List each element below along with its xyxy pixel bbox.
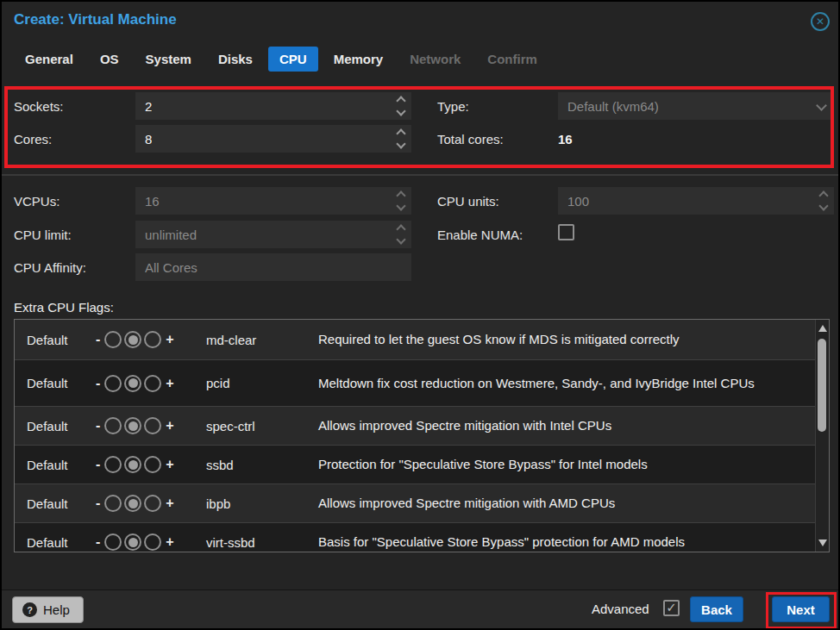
- footer-bar: ? Help Advanced ✓ Back Next: [2, 589, 838, 628]
- cores-stepper[interactable]: 8: [135, 125, 411, 153]
- vcpus-stepper: 16: [135, 187, 411, 215]
- flag-default-label: Default: [15, 419, 94, 434]
- flag-default-option[interactable]: [124, 331, 141, 348]
- flag-on-option[interactable]: [144, 331, 161, 348]
- tab-os[interactable]: OS: [89, 47, 130, 72]
- flag-name: ssbd: [206, 458, 318, 472]
- sockets-value: 2: [145, 99, 152, 114]
- plus-icon: +: [164, 534, 175, 550]
- flag-off-option[interactable]: [104, 533, 122, 551]
- create-vm-dialog: Create: Virtual Machine ✕ GeneralOSSyste…: [0, 0, 840, 630]
- plus-icon: +: [164, 457, 175, 472]
- flag-description: Protection for "Speculative Store Bypass…: [318, 456, 801, 473]
- flag-default-option[interactable]: [124, 456, 141, 473]
- cpu-units-label: CPU units:: [437, 194, 499, 209]
- flag-name: ibpb: [206, 496, 318, 511]
- flag-description: Meltdown fix cost reduction on Westmere,…: [318, 375, 801, 392]
- flag-row: Default - + virt-ssbd Basis for "Specula…: [15, 522, 815, 552]
- plus-icon: +: [164, 418, 175, 434]
- flag-tristate-toggle[interactable]: - +: [94, 456, 206, 473]
- flag-row: Default - + pcid Meltdown fix cost reduc…: [15, 359, 815, 406]
- close-button[interactable]: ✕: [811, 12, 830, 31]
- cores-spinner-icon[interactable]: [398, 125, 404, 153]
- flag-off-option[interactable]: [104, 331, 122, 348]
- chevron-down-icon: [816, 100, 827, 111]
- extra-cpu-flags-label: Extra CPU Flags:: [14, 300, 114, 315]
- section-separator: [2, 174, 838, 176]
- flags-scrollbar[interactable]: [815, 320, 829, 552]
- flag-default-option[interactable]: [124, 375, 141, 392]
- plus-icon: +: [164, 332, 175, 347]
- flag-off-option[interactable]: [104, 417, 122, 434]
- flag-on-option[interactable]: [144, 533, 161, 551]
- cores-value: 8: [145, 132, 152, 147]
- flag-off-option[interactable]: [104, 495, 122, 512]
- flag-on-option[interactable]: [144, 495, 161, 512]
- minus-icon: -: [94, 496, 102, 511]
- flag-on-option[interactable]: [144, 417, 161, 434]
- dialog-title: Create: Virtual Machine: [14, 11, 177, 28]
- vcpus-label: VCPUs:: [14, 194, 60, 209]
- sockets-spinner-icon[interactable]: [398, 92, 404, 120]
- type-value: Default (kvm64): [567, 99, 659, 114]
- flag-description: Required to let the guest OS know if MDS…: [318, 331, 801, 348]
- sockets-stepper[interactable]: 2: [135, 92, 411, 120]
- flag-row: Default - + md-clear Required to let the…: [15, 320, 815, 359]
- flag-tristate-toggle[interactable]: - +: [94, 533, 206, 551]
- sockets-label: Sockets:: [14, 99, 64, 114]
- help-icon: ?: [22, 602, 37, 617]
- tab-memory[interactable]: Memory: [323, 47, 395, 72]
- scrollbar-thumb[interactable]: [818, 339, 826, 432]
- vcpus-spinner-icon: [398, 187, 404, 215]
- flag-description: Allows improved Spectre mitigation with …: [318, 495, 801, 512]
- enable-numa-label: Enable NUMA:: [437, 228, 523, 242]
- flag-tristate-toggle[interactable]: - +: [94, 375, 206, 392]
- cpu-flags-table: Default - + md-clear Required to let the…: [14, 319, 830, 552]
- help-button[interactable]: ? Help: [12, 596, 84, 623]
- cpu-units-spinner-icon: [820, 187, 827, 215]
- next-button[interactable]: Next: [772, 596, 830, 622]
- flag-default-label: Default: [15, 535, 94, 550]
- flag-tristate-toggle[interactable]: - +: [94, 495, 206, 512]
- minus-icon: -: [94, 534, 102, 550]
- enable-numa-checkbox[interactable]: [558, 224, 574, 240]
- flag-name: spec-ctrl: [206, 419, 318, 434]
- flag-row: Default - + ibpb Allows improved Spectre…: [15, 483, 815, 522]
- flag-default-option[interactable]: [124, 417, 141, 434]
- back-button[interactable]: Back: [690, 596, 743, 622]
- flag-default-label: Default: [15, 333, 94, 347]
- cpu-limit-label: CPU limit:: [14, 228, 72, 242]
- cpu-affinity-input: All Cores: [135, 253, 411, 281]
- cpu-limit-value: unlimited: [145, 228, 197, 242]
- scroll-up-icon[interactable]: [818, 325, 827, 332]
- total-cores-value: 16: [558, 132, 573, 147]
- tab-confirm: Confirm: [476, 47, 549, 72]
- flag-off-option[interactable]: [104, 456, 122, 473]
- plus-icon: +: [164, 496, 175, 511]
- tab-bar: GeneralOSSystemDisksCPUMemoryNetworkConf…: [14, 47, 553, 72]
- flag-on-option[interactable]: [144, 375, 161, 392]
- flag-tristate-toggle[interactable]: - +: [94, 417, 206, 434]
- flag-tristate-toggle[interactable]: - +: [94, 331, 206, 348]
- flag-on-option[interactable]: [144, 456, 161, 473]
- vcpus-value: 16: [145, 194, 160, 209]
- flag-description: Allows improved Spectre mitigation with …: [318, 417, 801, 434]
- close-icon: ✕: [816, 16, 824, 28]
- minus-icon: -: [94, 376, 102, 391]
- minus-icon: -: [94, 332, 102, 347]
- tab-system[interactable]: System: [135, 47, 203, 72]
- advanced-checkbox[interactable]: ✓: [663, 600, 680, 616]
- help-button-label: Help: [43, 602, 70, 617]
- cores-label: Cores:: [14, 132, 52, 147]
- flag-description: Basis for "Speculative Store Bypass" pro…: [318, 533, 801, 551]
- tab-general[interactable]: General: [14, 47, 85, 72]
- type-label: Type:: [437, 99, 469, 114]
- cpu-units-value: 100: [567, 194, 589, 209]
- flag-default-option[interactable]: [124, 533, 141, 551]
- flag-off-option[interactable]: [104, 375, 122, 392]
- flag-row: Default - + spec-ctrl Allows improved Sp…: [15, 406, 815, 445]
- tab-cpu[interactable]: CPU: [268, 47, 318, 72]
- scroll-down-icon[interactable]: [818, 540, 827, 546]
- flag-default-option[interactable]: [124, 495, 141, 512]
- tab-disks[interactable]: Disks: [207, 47, 264, 72]
